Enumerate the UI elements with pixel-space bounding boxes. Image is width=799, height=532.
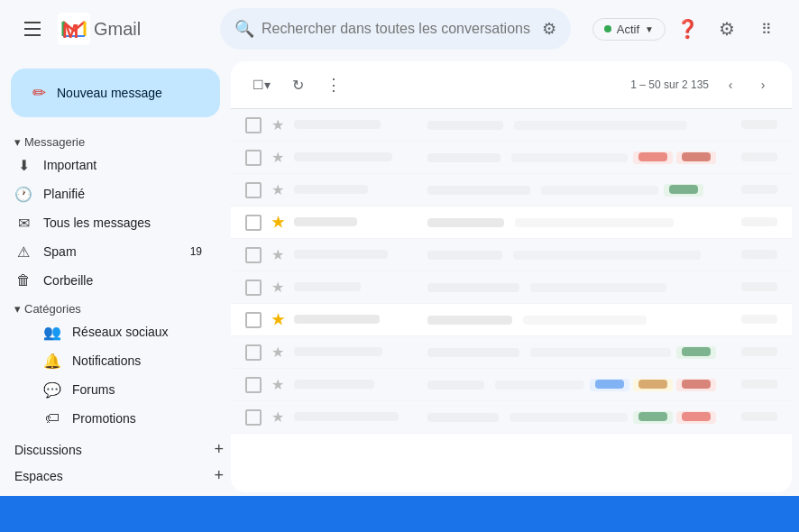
row-sender: [294, 151, 420, 164]
row-sender: [294, 216, 420, 229]
row-star-button[interactable]: ★: [269, 149, 287, 166]
hamburger-icon: [24, 22, 41, 36]
more-options-button[interactable]: ⋮: [317, 69, 350, 101]
sidebar-item-label: Réseaux sociaux: [72, 325, 202, 339]
email-row[interactable]: ★: [231, 206, 792, 239]
email-row[interactable]: ★: [231, 401, 792, 434]
email-row[interactable]: ★: [231, 174, 792, 206]
row-time: [723, 151, 777, 164]
row-star-button[interactable]: ★: [269, 311, 287, 328]
sidebar-item-forums[interactable]: 💬 Forums: [0, 375, 216, 404]
row-tags: [633, 411, 716, 424]
row-sender: [294, 280, 420, 294]
sidebar-item-label: Planifié: [43, 187, 202, 201]
apps-button[interactable]: ⠿: [748, 11, 785, 47]
row-checkbox[interactable]: [245, 182, 262, 198]
compose-button[interactable]: ✏ Nouveau message: [11, 69, 220, 117]
row-sender: [294, 183, 420, 197]
prev-page-button[interactable]: ‹: [716, 70, 745, 99]
row-star-button[interactable]: ★: [269, 279, 287, 296]
email-row[interactable]: ★: [231, 142, 792, 174]
sidebar-item-tous[interactable]: ✉ Tous les messages: [0, 208, 216, 237]
row-checkbox[interactable]: [245, 312, 262, 328]
categories-section[interactable]: ▾ Catégories: [0, 298, 231, 317]
row-checkbox[interactable]: [245, 280, 262, 296]
bottom-bar: [0, 496, 799, 532]
topbar-left: M Gmail: [14, 11, 213, 47]
sidebar-item-notifications[interactable]: 🔔 Notifications: [0, 346, 216, 375]
row-body: [427, 379, 716, 391]
row-star-button[interactable]: ★: [269, 116, 287, 133]
row-checkbox[interactable]: [245, 150, 262, 166]
row-time: [723, 281, 777, 294]
row-checkbox[interactable]: [245, 117, 262, 133]
row-checkbox[interactable]: [245, 215, 262, 231]
email-row[interactable]: ★: [231, 336, 792, 369]
row-star-button[interactable]: ★: [269, 408, 287, 426]
hamburger-menu-button[interactable]: [14, 11, 51, 47]
gmail-text: Gmail: [94, 19, 141, 40]
discussions-label: Discussions: [14, 443, 214, 457]
sidebar: ✏ Nouveau message ▾ Messagerie ⬇ Importa…: [0, 58, 231, 496]
messagerie-label: Messagerie: [24, 135, 85, 149]
trash-icon: 🗑: [14, 272, 32, 289]
row-star-button[interactable]: ★: [269, 376, 287, 393]
select-all-checkbox[interactable]: ☐▾: [245, 69, 278, 101]
row-star-button[interactable]: ★: [269, 246, 287, 263]
email-list: ★★★★★★★★★★: [231, 109, 792, 492]
row-time: [723, 411, 777, 424]
espaces-section[interactable]: Espaces +: [0, 463, 231, 489]
row-body: [427, 283, 716, 292]
status-chevron-icon: ▼: [645, 24, 654, 34]
sidebar-item-promotions[interactable]: 🏷 Promotions: [0, 404, 216, 433]
sidebar-item-important[interactable]: ⬇ Important: [0, 151, 216, 179]
sidebar-item-spam[interactable]: ⚠ Spam 19: [0, 237, 216, 266]
search-input[interactable]: [262, 21, 535, 37]
email-toolbar: ☐▾ ↻ ⋮ 1 – 50 sur 2 135 ‹ ›: [231, 61, 792, 109]
email-row[interactable]: ★: [231, 239, 792, 271]
pagination-info: 1 – 50 sur 2 135: [630, 78, 709, 91]
row-checkbox[interactable]: [245, 409, 262, 426]
help-button[interactable]: ❓: [669, 11, 705, 47]
row-checkbox[interactable]: [245, 377, 262, 393]
row-star-button[interactable]: ★: [269, 344, 287, 361]
sidebar-item-label: Notifications: [72, 353, 202, 368]
row-sender: [294, 345, 420, 359]
clock-icon: 🕐: [14, 186, 32, 203]
main-layout: ✏ Nouveau message ▾ Messagerie ⬇ Importa…: [0, 58, 799, 496]
topbar-right: Actif ▼ ❓ ⚙ ⠿: [592, 11, 785, 47]
sidebar-item-planifie[interactable]: 🕐 Planifié: [0, 179, 216, 208]
messagerie-section[interactable]: ▾ Messagerie: [0, 132, 231, 151]
row-time: [723, 379, 777, 391]
email-row[interactable]: ★: [231, 271, 792, 304]
discussions-section[interactable]: Discussions +: [0, 436, 231, 463]
chat-icon: 💬: [43, 381, 61, 399]
sidebar-item-corbeille[interactable]: 🗑 Corbeille: [0, 266, 216, 295]
refresh-button[interactable]: ↻: [281, 69, 314, 101]
filter-icon[interactable]: ⚙: [542, 19, 556, 39]
email-row[interactable]: ★: [231, 304, 792, 336]
row-tags: [664, 184, 703, 197]
row-tags: [590, 379, 716, 391]
row-time: [723, 346, 777, 359]
gmail-logo: M Gmail: [58, 13, 141, 45]
row-body: [427, 151, 716, 164]
row-star-button[interactable]: ★: [269, 181, 287, 198]
row-body: [427, 346, 716, 359]
search-bar[interactable]: 🔍 ⚙: [220, 8, 571, 50]
status-badge[interactable]: Actif ▼: [592, 18, 666, 41]
espaces-label: Espaces: [14, 469, 214, 483]
row-body: [427, 184, 716, 197]
row-checkbox[interactable]: [245, 247, 262, 263]
status-dot: [604, 25, 611, 32]
next-page-button[interactable]: ›: [748, 70, 777, 99]
email-row[interactable]: ★: [231, 369, 792, 401]
email-row[interactable]: ★: [231, 109, 792, 142]
row-star-button[interactable]: ★: [269, 214, 287, 231]
settings-button[interactable]: ⚙: [709, 11, 745, 47]
categories-label: Catégories: [24, 302, 81, 316]
row-sender: [294, 248, 420, 261]
row-checkbox[interactable]: [245, 344, 262, 361]
chevron-down-icon: ▾: [14, 302, 21, 316]
sidebar-item-reseaux[interactable]: 👥 Réseaux sociaux: [0, 317, 216, 346]
